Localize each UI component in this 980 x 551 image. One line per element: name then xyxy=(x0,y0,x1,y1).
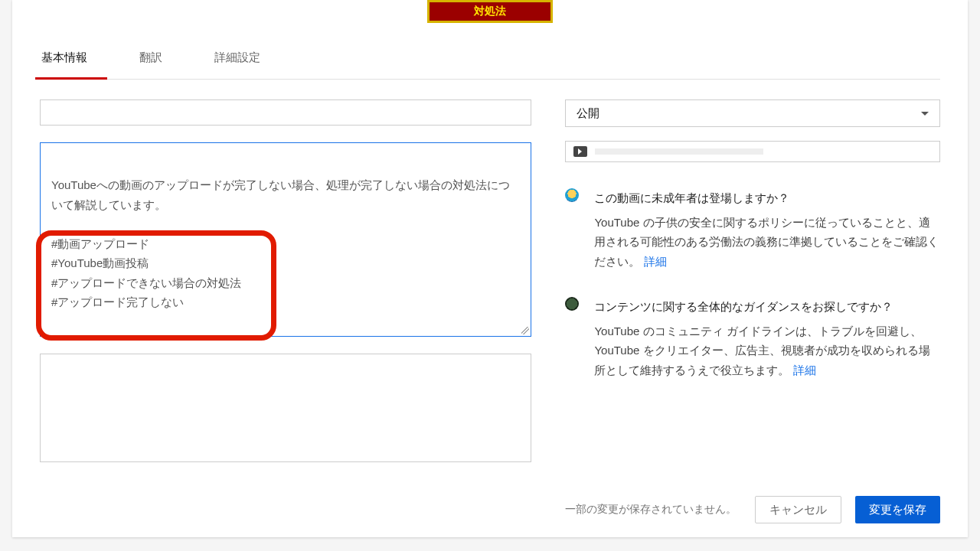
description-field-wrap xyxy=(40,142,531,337)
footer-bar: 一部の変更が保存されていません。 キャンセル 変更を保存 xyxy=(40,496,940,523)
save-button[interactable]: 変更を保存 xyxy=(855,496,940,523)
title-input[interactable] xyxy=(40,99,531,126)
video-thumbnail-text: 対処法 xyxy=(474,5,506,18)
tags-box[interactable] xyxy=(40,354,531,462)
tab-bar: 基本情報 翻訳 詳細設定 xyxy=(40,44,940,80)
privacy-selected-label: 公開 xyxy=(577,106,599,121)
video-icon xyxy=(573,146,587,157)
video-thumbnail: 対処法 xyxy=(427,0,553,23)
share-link-box[interactable] xyxy=(565,141,940,162)
tab-advanced[interactable]: 詳細設定 xyxy=(213,44,262,79)
tab-label: 詳細設定 xyxy=(214,51,260,64)
globe-icon xyxy=(565,297,579,311)
chevron-down-icon xyxy=(921,112,929,116)
tab-translations[interactable]: 翻訳 xyxy=(138,44,164,79)
resize-handle-icon[interactable] xyxy=(521,327,529,334)
description-textarea[interactable] xyxy=(41,143,531,336)
tab-label: 翻訳 xyxy=(139,51,162,64)
guidance-body: YouTube のコミュニティ ガイドラインは、トラブルを回避し、YouTube… xyxy=(594,324,929,377)
minors-question: この動画に未成年者は登場しますか？ xyxy=(594,188,940,208)
share-url-placeholder xyxy=(595,148,763,155)
save-button-label: 変更を保存 xyxy=(869,503,926,517)
cancel-button[interactable]: キャンセル xyxy=(755,496,841,523)
cancel-button-label: キャンセル xyxy=(769,503,827,517)
minors-more-link[interactable]: 詳細 xyxy=(644,255,667,268)
unsaved-changes-label: 一部の変更が保存されていません。 xyxy=(565,503,737,517)
privacy-select[interactable]: 公開 xyxy=(565,99,940,127)
shield-icon xyxy=(565,188,579,202)
minors-info: この動画に未成年者は登場しますか？ YouTube の子供の安全に関するポリシー… xyxy=(565,188,940,271)
guidance-question: コンテンツに関する全体的なガイダンスをお探しですか？ xyxy=(594,297,940,317)
tab-basic-info[interactable]: 基本情報 xyxy=(40,44,89,79)
guidance-more-link[interactable]: 詳細 xyxy=(793,364,816,377)
tab-label: 基本情報 xyxy=(41,51,87,64)
guidance-info: コンテンツに関する全体的なガイダンスをお探しですか？ YouTube のコミュニ… xyxy=(565,297,940,380)
